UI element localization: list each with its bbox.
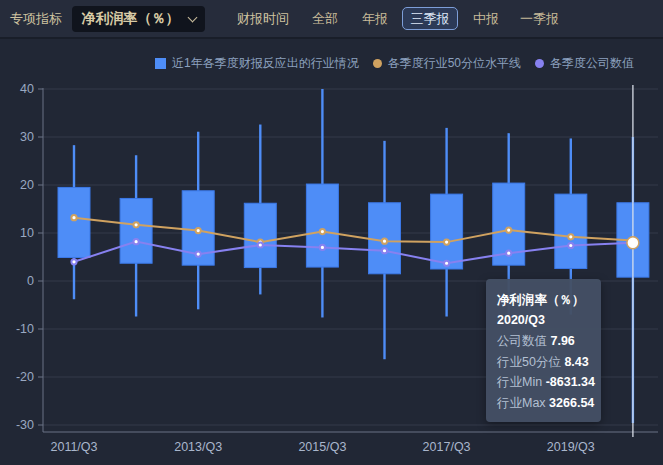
tooltip-title: 净利润率（％） [497, 290, 590, 310]
data-point-marker[interactable] [382, 239, 387, 244]
report-time-label: 财报时间 [237, 0, 289, 37]
tooltip-row-percentile50: 行业50分位 8.43 [497, 352, 590, 373]
tooltip-row-industry-min: 行业Min -8631.34 [497, 372, 590, 393]
y-tick-label: 10 [20, 226, 34, 240]
percentile50-line [71, 215, 635, 245]
data-point-marker[interactable] [134, 239, 139, 244]
data-point-marker[interactable] [258, 242, 263, 247]
tab-all-periods[interactable]: 全部 [312, 0, 338, 37]
boxplot-2013/Q3[interactable] [182, 132, 214, 310]
line-path [74, 242, 633, 264]
y-tick-label: 20 [20, 178, 34, 192]
y-tick-label: 0 [27, 274, 34, 288]
data-point-marker[interactable] [568, 243, 573, 248]
y-tick-label: -10 [16, 322, 34, 336]
legend-label: 各季度公司数值 [550, 55, 634, 72]
x-tick-label: 2017/Q3 [423, 440, 471, 454]
y-tick-label: -30 [16, 418, 34, 432]
orange-dot-icon [373, 59, 382, 68]
legend-item-percentile50[interactable]: 各季度行业50分位水平线 [373, 55, 521, 72]
box-body [555, 194, 587, 268]
tooltip-row-company: 公司数值 7.96 [497, 331, 590, 352]
legend-label: 各季度行业50分位水平线 [388, 55, 521, 72]
indicator-label: 专项指标 [10, 0, 62, 37]
tab-q3-report-selected[interactable]: 三季报 [402, 7, 458, 30]
data-point-marker[interactable] [71, 215, 76, 220]
box-body [58, 187, 90, 257]
tooltip-row-industry-max: 行业Max 3266.54 [497, 393, 590, 414]
legend-label: 近1年各季度财报反应出的行业情况 [172, 55, 359, 72]
x-tick-label: 2019/Q3 [547, 440, 595, 454]
box-body [431, 194, 463, 269]
boxplot-2014/Q3[interactable] [244, 125, 276, 295]
indicator-dropdown[interactable]: 净利润率（％） [72, 6, 205, 32]
data-point-marker[interactable] [568, 234, 573, 239]
chart-legend: 近1年各季度财报反应出的行业情况 各季度行业50分位水平线 各季度公司数值 [155, 56, 634, 71]
line-path [74, 218, 633, 242]
y-tick-label: -20 [16, 370, 34, 384]
data-point-marker[interactable] [320, 229, 325, 234]
x-tick-label: 2015/Q3 [298, 440, 346, 454]
tab-interim-report[interactable]: 中报 [473, 0, 499, 37]
blue-square-icon [155, 58, 166, 69]
box-body [306, 184, 338, 267]
data-point-marker[interactable] [382, 248, 387, 253]
tooltip-period: 2020/Q3 [497, 310, 590, 331]
x-tick-label: 2011/Q3 [50, 440, 97, 454]
data-point-marker[interactable] [444, 240, 449, 245]
tab-annual-report[interactable]: 年报 [362, 0, 388, 37]
data-point-marker[interactable] [196, 228, 201, 233]
data-point-marker[interactable] [134, 222, 139, 227]
data-point-marker[interactable] [196, 252, 201, 257]
indicator-dropdown-value: 净利润率（％） [82, 10, 180, 28]
boxplot-2011/Q3[interactable] [58, 145, 90, 299]
highlight-company-marker[interactable] [627, 237, 639, 249]
boxplot-2017/Q3[interactable] [431, 128, 463, 317]
legend-item-company-value[interactable]: 各季度公司数值 [535, 55, 634, 72]
box-body [120, 198, 152, 263]
y-tick-label: 40 [20, 82, 34, 96]
y-tick-label: 30 [20, 130, 34, 144]
data-point-marker[interactable] [506, 251, 511, 256]
data-point-marker[interactable] [320, 245, 325, 250]
boxplot-2015/Q3[interactable] [306, 89, 338, 317]
tab-q1-report[interactable]: 一季报 [520, 0, 559, 37]
data-point-marker[interactable] [506, 228, 511, 233]
data-point-marker[interactable] [71, 259, 76, 264]
box-body [244, 203, 276, 267]
legend-item-industry-box[interactable]: 近1年各季度财报反应出的行业情况 [155, 55, 359, 72]
chevron-down-icon [187, 12, 197, 22]
chart-tooltip: 净利润率（％） 2020/Q3 公司数值 7.96 行业50分位 8.43 行业… [486, 279, 601, 422]
data-point-marker[interactable] [444, 261, 449, 266]
toolbar: 专项指标 净利润率（％） 财报时间 全部 年报 三季报 中报 一季报 [0, 0, 663, 39]
purple-dot-icon [535, 59, 544, 68]
x-tick-label: 2013/Q3 [174, 440, 222, 454]
company-value-line [71, 239, 635, 266]
boxplot-2012/Q3[interactable] [120, 155, 152, 316]
